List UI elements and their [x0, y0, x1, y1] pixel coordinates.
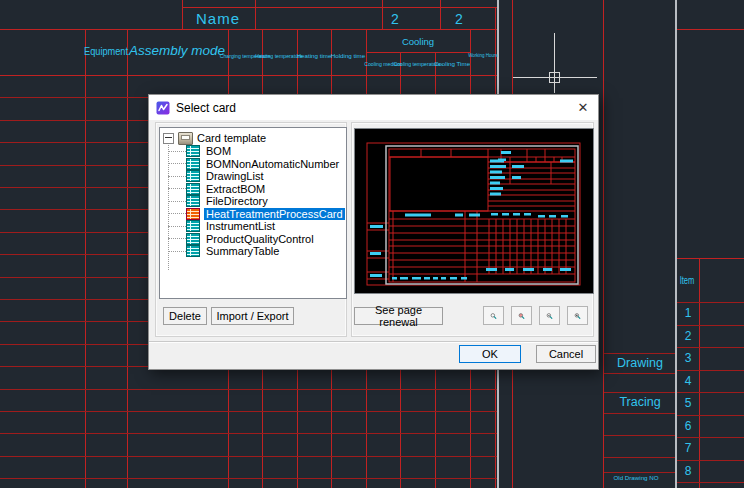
tree-item-filedirectory[interactable]: FileDirectory [160, 195, 346, 208]
card-table-icon [186, 170, 200, 182]
tree-collapse-icon[interactable] [163, 133, 174, 144]
grid-line-horizontal [604, 472, 675, 473]
tree-connector-stub [168, 251, 186, 252]
app-logo-icon [156, 101, 170, 115]
grid-line-horizontal [366, 52, 470, 53]
close-icon[interactable]: ✕ [568, 95, 598, 120]
tree-item-heattreatmentprocesscard[interactable]: HeatTreatmentProcessCard [160, 208, 346, 221]
tree-item-label[interactable]: BOM [204, 145, 233, 157]
zoom-extents-icon [490, 308, 497, 324]
item-number: 7 [685, 442, 692, 454]
card-table-icon [186, 208, 200, 220]
item-number: 5 [685, 397, 692, 409]
tree-item-drawinglist[interactable]: DrawingList [160, 170, 346, 183]
tree-item-instrumentlist[interactable]: InstrumentList [160, 220, 346, 233]
cooling-time-header: Cooling Time [434, 61, 470, 67]
tree-item-bom[interactable]: BOM [160, 145, 346, 158]
tree-item-label[interactable]: FileDirectory [204, 195, 270, 207]
tree-connector-stub [168, 188, 186, 189]
tree-item-label[interactable]: BOMNonAutomaticNumber [204, 158, 341, 170]
see-page-renewal-button[interactable]: See page renewal [354, 307, 443, 325]
card-table-icon [186, 245, 200, 257]
grid-line-horizontal [677, 482, 744, 483]
grid-line-horizontal [677, 460, 744, 461]
zoom-window-icon [518, 308, 525, 324]
grid-line-horizontal [677, 437, 744, 438]
tree-item-label[interactable]: ExtractBOM [204, 183, 267, 195]
tree-item-label[interactable]: HeatTreatmentProcessCard [204, 208, 345, 220]
grid-line-horizontal [0, 29, 497, 30]
assembly-mode-header: Assembly mode [129, 44, 225, 58]
tree-item-summarytable[interactable]: SummaryTable [160, 245, 346, 258]
grid-line-horizontal [677, 370, 744, 371]
select-card-dialog: Select card ✕ Card template BOMBOMNonAut… [148, 94, 599, 370]
tree-connector-stub [168, 151, 186, 152]
crosshair-aperture-box [549, 72, 560, 83]
import-export-button[interactable]: Import / Export [211, 307, 294, 325]
card-table-icon [186, 233, 200, 245]
grid-line-horizontal [677, 325, 744, 326]
card-template-tree[interactable]: Card template BOMBOMNonAutomaticNumberDr… [159, 127, 347, 299]
grid-line-horizontal [0, 456, 497, 457]
grid-line-horizontal [182, 7, 497, 8]
grid-line-horizontal [677, 415, 744, 416]
grid-line-horizontal [677, 302, 744, 303]
zoom-extents-button[interactable] [483, 306, 504, 325]
grid-line-vertical [382, 0, 383, 29]
old-drawing-no-label: Old Drawing NO [613, 475, 658, 481]
name-value-2: 2 [455, 12, 463, 26]
grid-line-horizontal [677, 392, 744, 393]
working-hours-header: Working Hours [468, 54, 498, 59]
name-header-label: Name [196, 11, 240, 26]
equipment-header: Equipment [84, 46, 128, 58]
grid-line-vertical [440, 0, 441, 29]
grid-line-horizontal [677, 258, 744, 259]
crosshair-vertical-line [554, 33, 555, 93]
grid-line-vertical [255, 0, 256, 29]
tree-connector-stub [168, 163, 186, 164]
card-table-icon [186, 195, 200, 207]
tree-connector-stub [168, 238, 186, 239]
item-number: 6 [685, 420, 692, 432]
tree-root-row[interactable]: Card template [160, 131, 346, 145]
drawing-label: Drawing [617, 357, 663, 370]
tree-item-label[interactable]: ProductQualityControl [204, 233, 316, 245]
tree-item-extractbom[interactable]: ExtractBOM [160, 183, 346, 196]
grid-line-horizontal [604, 435, 675, 436]
item-number: 2 [685, 330, 692, 342]
grid-line-horizontal [0, 433, 497, 434]
tree-item-label[interactable]: SummaryTable [204, 245, 281, 257]
zoom-out-icon [546, 308, 553, 324]
grid-line-horizontal [677, 347, 744, 348]
grid-line-vertical [699, 258, 700, 488]
tree-item-productqualitycontrol[interactable]: ProductQualityControl [160, 233, 346, 246]
grid-line-horizontal [677, 29, 744, 30]
dialog-title: Select card [176, 101, 236, 115]
item-number: 8 [685, 465, 692, 477]
card-table-icon [186, 145, 200, 157]
zoom-window-button[interactable] [511, 306, 532, 325]
card-template-folder-icon [178, 132, 193, 145]
zoom-out-button[interactable] [539, 306, 560, 325]
grid-line-horizontal [604, 373, 675, 374]
card-table-icon [186, 220, 200, 232]
tree-item-label[interactable]: InstrumentList [204, 220, 277, 232]
tree-connector-stub [168, 176, 186, 177]
tree-item-label[interactable]: DrawingList [204, 170, 265, 182]
dialog-titlebar[interactable]: Select card ✕ [149, 95, 598, 120]
grid-line-horizontal [604, 392, 675, 393]
card-table-icon [186, 158, 200, 170]
holding-time-header: Holding time [331, 53, 365, 59]
tree-connector-stub [168, 226, 186, 227]
item-number: 1 [685, 307, 692, 319]
zoom-in-button[interactable] [567, 306, 588, 325]
tree-connector-stub [168, 213, 186, 214]
grid-line-horizontal [0, 75, 497, 76]
heating-time-header: Heating time [297, 53, 332, 59]
tree-item-bomnonautomaticnumber[interactable]: BOMNonAutomaticNumber [160, 158, 346, 171]
delete-button[interactable]: Delete [163, 307, 207, 325]
item-number: 4 [685, 375, 692, 387]
cancel-button[interactable]: Cancel [536, 345, 596, 363]
ok-button[interactable]: OK [459, 345, 521, 363]
grid-line-horizontal [604, 353, 675, 354]
